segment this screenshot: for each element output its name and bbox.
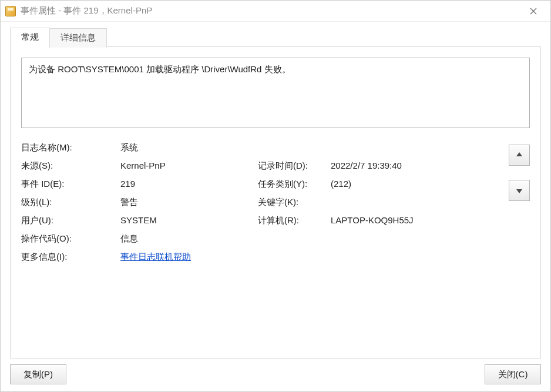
event-properties-window: 事件属性 - 事件 219，Kernel-PnP 常规 详细信息 为设备 ROO… bbox=[0, 0, 551, 392]
next-event-button[interactable] bbox=[509, 180, 530, 201]
titlebar: 事件属性 - 事件 219，Kernel-PnP bbox=[1, 1, 550, 22]
label-logname: 日志名称(M): bbox=[21, 142, 118, 153]
label-computer: 计算机(R): bbox=[258, 215, 328, 226]
value-eventid: 219 bbox=[120, 179, 256, 190]
dialog-footer: 复制(P) 关闭(C) bbox=[10, 359, 541, 384]
copy-button[interactable]: 复制(P) bbox=[10, 364, 66, 384]
event-message[interactable]: 为设备 ROOT\SYSTEM\0001 加载驱动程序 \Driver\Wudf… bbox=[21, 58, 530, 128]
close-button[interactable]: 关闭(C) bbox=[485, 364, 541, 384]
label-keywords: 关键字(K): bbox=[258, 197, 328, 208]
label-logged: 记录时间(D): bbox=[258, 160, 328, 172]
link-eventlog-help[interactable]: 事件日志联机帮助 bbox=[120, 252, 191, 262]
close-icon[interactable] bbox=[520, 2, 547, 21]
tab-details[interactable]: 详细信息 bbox=[49, 28, 107, 48]
label-moreinfo: 更多信息(I): bbox=[21, 252, 118, 263]
label-user: 用户(U): bbox=[21, 215, 118, 226]
value-computer: LAPTOP-KOQ9H55J bbox=[331, 215, 503, 226]
client-area: 常规 详细信息 为设备 ROOT\SYSTEM\0001 加载驱动程序 \Dri… bbox=[1, 22, 550, 391]
window-title: 事件属性 - 事件 219，Kernel-PnP bbox=[21, 5, 520, 16]
value-taskcategory: (212) bbox=[331, 179, 503, 190]
label-opcode: 操作代码(O): bbox=[21, 233, 118, 244]
value-keywords bbox=[331, 197, 503, 208]
tab-general[interactable]: 常规 bbox=[10, 28, 50, 47]
properties-grid: 日志名称(M): 系统 来源(S): Kernel-PnP 记录时间(D): 2… bbox=[21, 142, 503, 352]
app-icon bbox=[5, 6, 16, 16]
label-level: 级别(L): bbox=[21, 197, 118, 208]
value-user: SYSTEM bbox=[120, 215, 256, 226]
value-logname: 系统 bbox=[120, 142, 256, 153]
value-level: 警告 bbox=[120, 197, 256, 208]
general-panel: 为设备 ROOT\SYSTEM\0001 加载驱动程序 \Driver\Wudf… bbox=[10, 46, 541, 359]
value-source: Kernel-PnP bbox=[120, 160, 256, 172]
label-source: 来源(S): bbox=[21, 160, 118, 172]
prev-event-button[interactable] bbox=[509, 145, 530, 166]
value-opcode: 信息 bbox=[120, 233, 256, 244]
nav-buttons bbox=[503, 142, 530, 352]
tabstrip: 常规 详细信息 bbox=[10, 28, 541, 47]
label-taskcategory: 任务类别(Y): bbox=[258, 179, 328, 190]
value-logged: 2022/2/7 19:39:40 bbox=[331, 160, 503, 172]
label-eventid: 事件 ID(E): bbox=[21, 179, 118, 190]
